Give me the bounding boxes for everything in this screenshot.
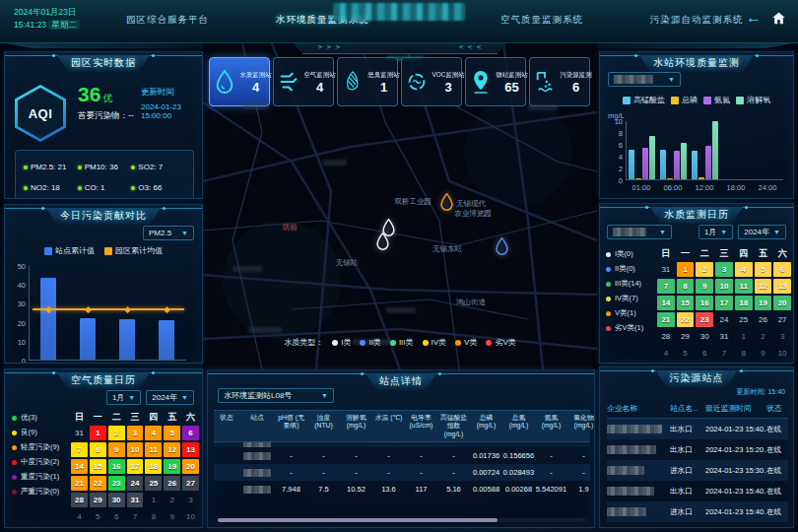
calendar-day[interactable]: 3 <box>127 426 144 440</box>
calendar-day[interactable]: 31 <box>127 493 144 507</box>
calendar-day[interactable]: 16 <box>696 296 713 310</box>
calendar-day[interactable]: 24 <box>127 476 144 491</box>
calendar-day[interactable]: 10 <box>715 279 733 294</box>
calendar-day[interactable]: 10 <box>182 509 199 524</box>
calendar-day[interactable]: 29 <box>90 493 106 507</box>
calendar-day[interactable]: 4 <box>657 346 675 361</box>
nav-air-quality[interactable]: 空气质量监测系统 <box>500 14 583 27</box>
station-type-button-odor[interactable]: 恶臭监测站1 <box>337 57 398 106</box>
calendar-day[interactable]: 20 <box>773 296 791 310</box>
calendar-day[interactable]: 28 <box>71 493 88 507</box>
calendar-day[interactable]: 9 <box>755 346 772 361</box>
air-calendar-month-select[interactable]: 1月▼ <box>106 390 141 405</box>
calendar-day[interactable]: 5 <box>90 509 106 524</box>
calendar-day[interactable]: 17 <box>127 459 144 474</box>
map-area[interactable]: ＞＞＞＜＜＜ 水质监测站4空气监测站4恶臭监测站1VOC监测站3微站监测站65污… <box>203 43 597 369</box>
calendar-day[interactable]: 25 <box>145 476 162 491</box>
air-calendar-year-select[interactable]: 2024年▼ <box>146 390 194 405</box>
calendar-day[interactable]: 31 <box>71 426 88 440</box>
calendar-day[interactable]: 22 <box>90 476 106 491</box>
calendar-day[interactable]: 12 <box>755 279 772 294</box>
station-select[interactable]: 水环境监测站L08号▼ <box>218 388 334 403</box>
water-station-marker[interactable] <box>495 237 509 256</box>
calendar-day[interactable]: 23 <box>108 476 125 491</box>
water-station-select[interactable]: ▼ <box>608 72 681 87</box>
nav-pollution-source[interactable]: 污染源自动监测系统 <box>650 14 744 27</box>
water-calendar-month-select[interactable]: 1月▼ <box>698 225 733 239</box>
calendar-day[interactable]: 31 <box>657 262 675 277</box>
calendar-day[interactable]: 15 <box>90 459 106 474</box>
calendar-day[interactable]: 7 <box>71 442 88 457</box>
calendar-day[interactable]: 29 <box>677 329 695 344</box>
calendar-day[interactable]: 7 <box>715 346 733 361</box>
calendar-day[interactable]: 1 <box>145 493 162 507</box>
calendar-day[interactable]: 9 <box>696 279 713 294</box>
calendar-day[interactable]: 21 <box>657 312 675 327</box>
calendar-day[interactable]: 21 <box>71 476 88 491</box>
calendar-day[interactable]: 4 <box>71 509 88 524</box>
calendar-day[interactable]: 16 <box>108 459 125 474</box>
calendar-day[interactable]: 8 <box>735 346 753 361</box>
calendar-day[interactable]: 12 <box>164 442 180 457</box>
calendar-day[interactable]: 2 <box>696 262 713 277</box>
calendar-day[interactable]: 24 <box>715 312 733 327</box>
station-type-button-voc[interactable]: VOC监测站3 <box>401 57 462 106</box>
calendar-day[interactable]: 27 <box>773 312 791 327</box>
pollutant-select[interactable]: PM2.5▼ <box>143 226 194 240</box>
calendar-day[interactable]: 23 <box>696 312 713 327</box>
calendar-day[interactable]: 19 <box>755 296 772 310</box>
calendar-day[interactable]: 7 <box>657 279 675 294</box>
calendar-day[interactable]: 13 <box>773 279 791 294</box>
nav-park-platform[interactable]: 园区综合服务平台 <box>126 14 209 27</box>
calendar-day[interactable]: 7 <box>127 509 144 524</box>
calendar-day[interactable]: 18 <box>145 459 162 474</box>
water-calendar-year-select[interactable]: 2024年▼ <box>738 225 786 239</box>
calendar-day[interactable]: 14 <box>71 459 88 474</box>
calendar-day[interactable]: 3 <box>715 262 733 277</box>
calendar-day[interactable]: 8 <box>677 279 695 294</box>
calendar-day[interactable]: 3 <box>773 329 791 344</box>
calendar-day[interactable]: 8 <box>145 509 162 524</box>
calendar-day[interactable]: 13 <box>182 442 199 457</box>
water-station-marker[interactable] <box>439 193 454 212</box>
calendar-day[interactable]: 28 <box>657 329 675 344</box>
station-type-button-pin[interactable]: 微站监测站65 <box>465 57 526 106</box>
calendar-day[interactable]: 17 <box>715 296 733 310</box>
calendar-day[interactable]: 2 <box>108 426 125 440</box>
calendar-day[interactable]: 10 <box>127 442 144 457</box>
calendar-day[interactable]: 6 <box>696 346 713 361</box>
calendar-day[interactable]: 31 <box>715 329 733 344</box>
water-station-marker[interactable] <box>375 233 390 251</box>
calendar-day[interactable]: 9 <box>164 509 180 524</box>
calendar-day[interactable]: 25 <box>735 312 753 327</box>
calendar-day[interactable]: 5 <box>677 346 695 361</box>
calendar-day[interactable]: 2 <box>755 329 772 344</box>
calendar-day[interactable]: 5 <box>755 262 772 277</box>
calendar-day[interactable]: 15 <box>677 296 695 310</box>
calendar-day[interactable]: 5 <box>164 426 180 440</box>
calendar-day[interactable]: 26 <box>164 476 180 491</box>
calendar-day[interactable]: 8 <box>90 442 106 457</box>
calendar-day[interactable]: 4 <box>145 426 162 440</box>
station-type-button-wind[interactable]: 空气监测站4 <box>273 57 334 106</box>
calendar-day[interactable]: 9 <box>108 442 125 457</box>
calendar-day[interactable]: 6 <box>182 426 199 440</box>
calendar-day[interactable]: 1 <box>677 262 695 277</box>
calendar-day[interactable]: 3 <box>182 493 199 507</box>
station-type-button-water-drop[interactable]: 水质监测站4 <box>209 57 270 106</box>
calendar-day[interactable]: 30 <box>108 493 125 507</box>
water-calendar-station-select[interactable]: ▼ <box>607 225 672 239</box>
calendar-day[interactable]: 10 <box>773 346 791 361</box>
calendar-day[interactable]: 4 <box>735 262 753 277</box>
calendar-day[interactable]: 2 <box>164 493 180 507</box>
horizontal-scrollbar[interactable] <box>218 518 586 522</box>
calendar-day[interactable]: 11 <box>145 442 162 457</box>
calendar-day[interactable]: 22 <box>677 312 695 327</box>
calendar-day[interactable]: 6 <box>773 262 791 277</box>
home-icon[interactable] <box>771 11 786 25</box>
back-arrow-icon[interactable]: ← <box>746 10 762 26</box>
calendar-day[interactable]: 20 <box>182 459 199 474</box>
calendar-day[interactable]: 19 <box>164 459 180 474</box>
calendar-day[interactable]: 18 <box>735 296 753 310</box>
scrollbar-thumb[interactable] <box>218 518 498 522</box>
